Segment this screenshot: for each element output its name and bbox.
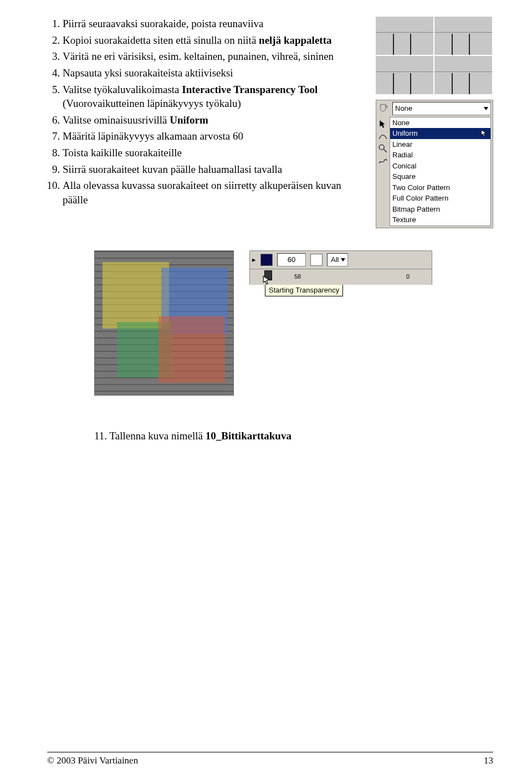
dropdown-option-none[interactable]: None — [390, 117, 490, 129]
transparency-target-combo[interactable]: All — [327, 253, 348, 267]
dropdown-option-radial[interactable]: Radial — [390, 150, 490, 161]
dropdown-option-uniform[interactable]: Uniform — [390, 128, 490, 139]
list-item: Siirrä suorakaiteet kuvan päälle haluama… — [63, 162, 365, 177]
cursor-icon — [480, 129, 488, 137]
color-swatch-white[interactable] — [310, 254, 323, 266]
chevron-down-icon — [341, 258, 345, 262]
transparency-slider[interactable]: 58 0 — [249, 269, 432, 285]
transparency-type-list[interactable]: None Uniform Linear Radial Conical Squar… — [390, 117, 491, 226]
combo-value: None — [395, 104, 412, 114]
text: (Vuorovaikutteinen läpinäkyvyys työkalu) — [63, 98, 241, 109]
zoom-tool-icon — [378, 144, 388, 153]
text: Toista kaikille suorakaiteille — [63, 147, 182, 158]
transparency-value-field[interactable]: 60 — [277, 253, 306, 267]
arrow-tool-icon — [378, 119, 388, 129]
dropdown-option-bitmap-pattern[interactable]: Bitmap Pattern — [390, 204, 490, 215]
transparency-dropdown-screenshot: None None Uniform Linear — [376, 100, 493, 228]
text: Valitse ominaisuusrivillä — [63, 114, 170, 126]
dropdown-option-full-color[interactable]: Full Color Pattern — [390, 193, 490, 204]
text-bold: Uniform — [170, 114, 208, 126]
chevron-down-icon — [484, 107, 488, 110]
list-item: Väritä ne eri värisiksi, esim. keltainen… — [63, 49, 365, 64]
text: 11. — [94, 430, 109, 442]
page-footer: © 2003 Päivi Vartiainen 13 — [47, 752, 493, 767]
svg-line-1 — [383, 149, 387, 152]
text: Tallenna kuva nimellä — [109, 430, 205, 442]
example-image-ships — [376, 17, 492, 94]
text: Valitse työkaluvalikoimasta — [63, 84, 182, 95]
list-item: Määritä läpinäkyvyys alkamaan arvosta 60 — [63, 129, 365, 144]
svg-point-0 — [379, 145, 384, 150]
text: Napsauta yksi suorakaiteista aktiiviseks… — [63, 67, 233, 79]
red-overlay — [158, 316, 225, 383]
starting-transparency-tooltip: Starting Transparency — [265, 284, 343, 297]
combo-value: All — [331, 255, 339, 265]
footer-page-number: 13 — [484, 755, 493, 767]
transparency-tool-icon — [378, 103, 390, 115]
dropdown-option-conical[interactable]: Conical — [390, 161, 490, 172]
instruction-list: Piirrä seuraavaksi suorakaide, poista re… — [47, 17, 365, 207]
option-label: Uniform — [392, 129, 418, 137]
save-instruction: 11. Tallenna kuva nimellä 10_Bittikartta… — [94, 429, 493, 443]
text: Väritä ne eri värisiksi, esim. keltainen… — [63, 50, 334, 62]
list-item: Alla olevassa kuvassa suorakaiteet on si… — [63, 178, 365, 207]
text: Siirrä suorakaiteet kuvan päälle haluama… — [63, 163, 282, 175]
list-item: Valitse ominaisuusrivillä Uniform — [63, 113, 365, 127]
color-swatch-dark[interactable] — [260, 254, 273, 266]
list-item: Toista kaikille suorakaiteille — [63, 146, 365, 160]
list-item: Napsauta yksi suorakaiteista aktiiviseks… — [63, 66, 365, 80]
text-bold: neljä kappaletta — [259, 34, 331, 46]
transparency-type-combo[interactable]: None — [392, 102, 491, 115]
text: Piirrä seuraavaksi suorakaide, poista re… — [63, 18, 263, 29]
dropdown-option-linear[interactable]: Linear — [390, 139, 490, 150]
list-item: Kopioi suorakaidetta siten että sinulla … — [63, 33, 365, 48]
arrow-right-icon: ▸ — [252, 255, 256, 265]
dropdown-option-square[interactable]: Square — [390, 171, 490, 182]
text: Kopioi suorakaidetta siten että sinulla … — [63, 34, 259, 46]
slider-tick-58: 58 — [294, 273, 301, 281]
dropdown-option-texture[interactable]: Texture — [390, 214, 490, 226]
cursor-icon — [262, 275, 272, 285]
list-item: Valitse työkaluvalikoimasta Interactive … — [63, 83, 365, 111]
shape-tool-icon — [378, 131, 388, 141]
text: Alla olevassa kuvassa suorakaiteet on si… — [63, 180, 341, 206]
freehand-tool-icon — [378, 156, 388, 166]
dropdown-option-two-color[interactable]: Two Color Pattern — [390, 182, 490, 193]
filename: 10_Bittikarttakuva — [206, 430, 291, 442]
text-bold: Interactive Transparency Tool — [182, 84, 318, 95]
example-image-overlays — [94, 250, 234, 396]
list-item: Piirrä seuraavaksi suorakaide, poista re… — [63, 17, 365, 31]
slider-tick-0: 0 — [406, 273, 410, 281]
text: Määritä läpinäkyvyys alkamaan arvosta 60 — [63, 130, 243, 142]
transparency-slider-screenshot: ▸ 60 All 58 0 Starting Transparency — [249, 250, 432, 296]
footer-copyright: © 2003 Päivi Vartiainen — [47, 755, 138, 767]
